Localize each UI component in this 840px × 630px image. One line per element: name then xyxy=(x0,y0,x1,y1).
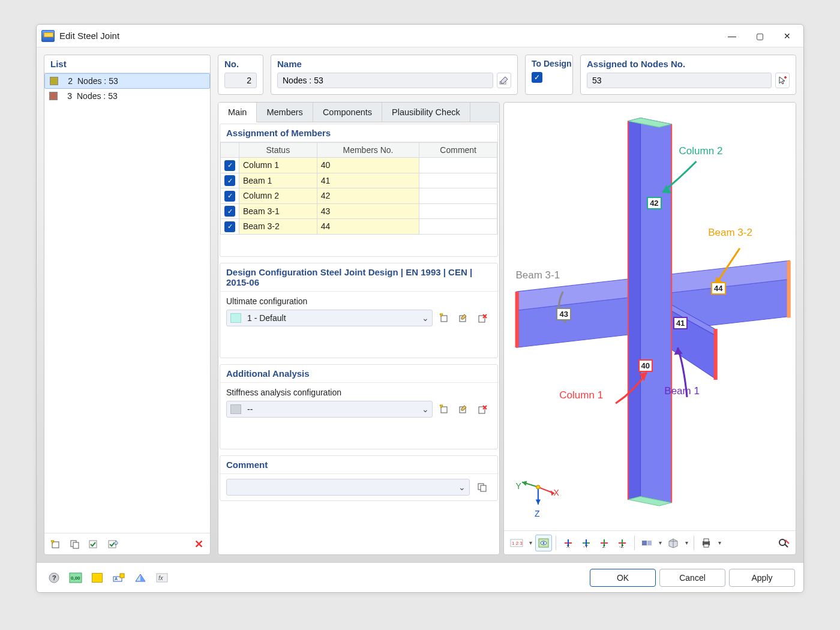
cell-status: Beam 3-2 xyxy=(239,219,317,235)
design-config-header: Design Configuration Steel Joint Design … xyxy=(220,263,497,292)
svg-rect-65 xyxy=(642,541,647,545)
row-checkbox[interactable]: ✓ xyxy=(224,206,235,217)
units-button[interactable]: 0,00 xyxy=(67,570,85,586)
tab-members[interactable]: Members xyxy=(257,103,313,122)
viewer-label-column2: Column 2 xyxy=(679,145,723,157)
maximize-button[interactable]: ▢ xyxy=(746,27,773,45)
vt-iso-button[interactable] xyxy=(665,535,682,551)
go-to-button[interactable] xyxy=(131,570,149,586)
tab-plausibility[interactable]: Plausibility Check xyxy=(382,103,470,122)
close-button[interactable]: ✕ xyxy=(773,27,801,45)
analysis-delete-button[interactable] xyxy=(473,401,491,417)
chevron-down-icon[interactable]: ▾ xyxy=(656,539,664,546)
svg-text:fx: fx xyxy=(158,575,164,581)
config-delete-button[interactable] xyxy=(473,310,491,326)
row-checkbox[interactable]: ✓ xyxy=(224,221,235,232)
table-row[interactable]: ✓ Column 2 42 xyxy=(221,188,497,204)
vt-axis-ny-button[interactable]: -Y xyxy=(578,535,595,551)
no-input[interactable] xyxy=(224,73,257,88)
row-checkbox[interactable]: ✓ xyxy=(224,175,235,186)
list-item-swatch xyxy=(49,92,58,100)
name-input[interactable] xyxy=(277,73,493,88)
table-row[interactable]: ✓ Beam 3-2 44 xyxy=(221,219,497,235)
list-rows: 2 Nodes : 53 3 Nodes : 53 xyxy=(44,73,210,533)
edit-name-button[interactable] xyxy=(497,73,511,88)
tab-main[interactable]: Main xyxy=(218,103,257,122)
rename-button[interactable]: A xyxy=(110,570,128,586)
vt-print-button[interactable] xyxy=(698,535,715,551)
svg-rect-25 xyxy=(515,292,519,347)
joint-model xyxy=(504,103,796,530)
cell-members-no: 42 xyxy=(317,188,419,204)
comment-library-button[interactable] xyxy=(473,479,491,495)
cell-status: Column 1 xyxy=(239,158,317,173)
table-row[interactable]: ✓ Beam 3-1 43 xyxy=(221,203,497,219)
ultimate-config-dropdown[interactable]: 1 - Default ⌄ xyxy=(226,310,433,326)
viewer-panel: 42 44 43 41 40 Column 2 Beam 3-2 Beam 3-… xyxy=(503,102,796,555)
svg-text:A: A xyxy=(115,577,118,581)
table-row[interactable]: ✓ Column 1 40 xyxy=(221,158,497,173)
check-toggle-button[interactable] xyxy=(104,536,122,552)
vt-show-model-button[interactable] xyxy=(535,535,552,551)
viewer-label-beam32: Beam 3-2 xyxy=(708,227,752,239)
minimize-button[interactable]: — xyxy=(718,27,746,45)
cell-comment xyxy=(419,173,497,188)
new-item-button[interactable] xyxy=(47,536,65,552)
tab-body: Assignment of Members Status Members No.… xyxy=(218,122,499,554)
cell-comment xyxy=(419,203,497,219)
fx-button[interactable]: fx xyxy=(153,570,171,586)
color-button[interactable] xyxy=(88,570,106,586)
axis-x: X xyxy=(554,488,559,497)
stiffness-config-value: -- xyxy=(245,404,419,414)
chevron-down-icon[interactable]: ▾ xyxy=(716,539,723,546)
config-edit-button[interactable] xyxy=(454,310,472,326)
axis-y: Y xyxy=(515,481,521,491)
tab-components[interactable]: Components xyxy=(313,103,382,122)
vt-axis-nz-button[interactable]: -Z xyxy=(614,535,631,551)
vt-view-mode-button[interactable] xyxy=(638,535,655,551)
cell-comment xyxy=(419,158,497,173)
config-swatch xyxy=(230,313,241,323)
stiffness-config-dropdown[interactable]: -- ⌄ xyxy=(226,401,433,418)
cell-members-no: 44 xyxy=(317,219,419,235)
copy-item-button[interactable] xyxy=(66,536,84,552)
svg-text:0,00: 0,00 xyxy=(71,575,80,581)
list-item[interactable]: 2 Nodes : 53 xyxy=(44,73,210,89)
help-button[interactable]: ? xyxy=(45,570,63,586)
svg-rect-29 xyxy=(714,329,718,380)
row-checkbox[interactable]: ✓ xyxy=(224,160,235,171)
analysis-new-button[interactable] xyxy=(435,401,453,417)
chevron-down-icon: ⌄ xyxy=(419,313,432,323)
delete-item-button[interactable]: ✕ xyxy=(190,536,208,552)
chevron-down-icon[interactable]: ▾ xyxy=(527,539,534,546)
body: List 2 Nodes : 53 3 Nodes : 53 xyxy=(37,47,803,562)
cancel-button[interactable]: Cancel xyxy=(659,569,725,587)
work-row: Main Members Components Plausibility Che… xyxy=(218,102,796,555)
vt-axis-z-button[interactable]: Z xyxy=(596,535,613,551)
vt-numbering-button[interactable]: 1 2 3 xyxy=(508,535,526,551)
list-item-label: Nodes : 53 xyxy=(77,91,118,101)
list-toolbar: ✕ xyxy=(44,533,210,554)
comment-dropdown[interactable]: ⌄ xyxy=(226,479,470,496)
chevron-down-icon[interactable]: ▾ xyxy=(683,539,690,546)
list-item[interactable]: 3 Nodes : 53 xyxy=(44,89,210,103)
svg-text:?: ? xyxy=(52,574,56,581)
assignment-header: Assignment of Members xyxy=(220,124,497,142)
cell-status: Beam 1 xyxy=(239,173,317,188)
table-row[interactable]: ✓ Beam 1 41 xyxy=(221,173,497,188)
ok-button[interactable]: OK xyxy=(590,569,656,587)
check-all-button[interactable] xyxy=(85,536,103,552)
config-new-button[interactable] xyxy=(435,310,453,326)
analysis-edit-button[interactable] xyxy=(454,401,472,417)
to-design-checkbox[interactable]: ✓ xyxy=(532,72,542,83)
viewer-3d[interactable]: 42 44 43 41 40 Column 2 Beam 3-2 Beam 3-… xyxy=(504,103,796,530)
pick-nodes-button[interactable] xyxy=(775,73,790,88)
vt-zoom-fit-button[interactable] xyxy=(775,535,792,551)
vt-axis-x-button[interactable]: X xyxy=(560,535,577,551)
cell-comment xyxy=(419,188,497,204)
nodes-input[interactable] xyxy=(587,73,772,88)
cell-comment xyxy=(419,219,497,235)
to-design-box: To Design ✓ xyxy=(525,55,573,95)
apply-button[interactable]: Apply xyxy=(729,569,795,587)
row-checkbox[interactable]: ✓ xyxy=(224,191,235,202)
